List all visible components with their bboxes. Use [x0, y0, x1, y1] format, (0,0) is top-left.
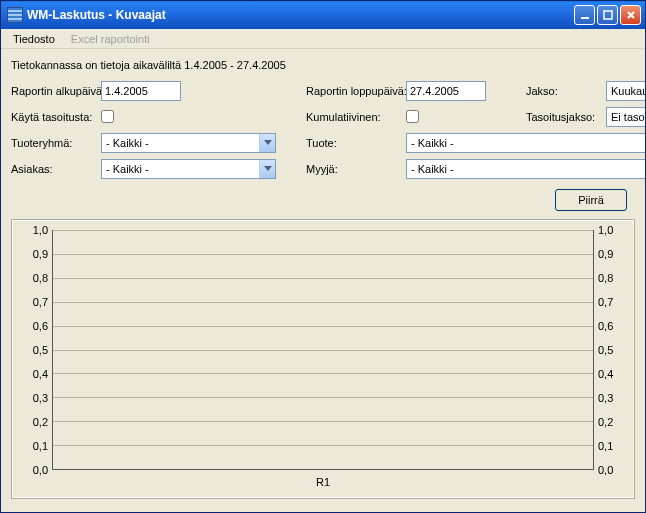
y-tick-right: 0,1	[598, 440, 613, 452]
info-text: Tietokannassa on tietoja aikaväliltä 1.4…	[11, 59, 635, 71]
svg-marker-6	[264, 140, 272, 145]
period-combo[interactable]: Kuukausi	[606, 81, 646, 101]
smoothing-period-value: Ei tasoitusta	[611, 111, 646, 123]
period-value: Kuukausi	[611, 85, 646, 97]
y-tick-left: 0,9	[33, 248, 48, 260]
minimize-button[interactable]	[574, 5, 595, 25]
y-axis-left: 1,00,90,80,70,60,50,40,30,20,10,0	[24, 230, 52, 470]
y-tick-left: 0,0	[33, 464, 48, 476]
seller-value: - Kaikki -	[411, 163, 646, 175]
window-title: WM-Laskutus - Kuvaajat	[27, 8, 572, 22]
seller-combo[interactable]: - Kaikki -	[406, 159, 646, 179]
y-tick-right: 0,5	[598, 344, 613, 356]
label-product-group: Tuoteryhmä:	[11, 137, 101, 149]
label-cumulative: Kumulatiivinen:	[306, 111, 406, 123]
app-icon	[7, 7, 23, 23]
y-axis-right: 1,00,90,80,70,60,50,40,30,20,10,0	[594, 230, 622, 470]
y-tick-right: 0,9	[598, 248, 613, 260]
title-bar: WM-Laskutus - Kuvaajat	[1, 1, 645, 29]
customer-combo[interactable]: - Kaikki -	[101, 159, 276, 179]
y-tick-left: 0,4	[33, 368, 48, 380]
y-tick-left: 1,0	[33, 224, 48, 236]
smoothing-period-combo[interactable]: Ei tasoitusta	[606, 107, 646, 127]
y-tick-left: 0,8	[33, 272, 48, 284]
y-tick-right: 0,7	[598, 296, 613, 308]
svg-marker-8	[264, 166, 272, 171]
y-tick-right: 1,0	[598, 224, 613, 236]
y-tick-right: 0,4	[598, 368, 613, 380]
label-seller: Myyjä:	[306, 163, 406, 175]
draw-button[interactable]: Piirrä	[555, 189, 627, 211]
maximize-button[interactable]	[597, 5, 618, 25]
customer-value: - Kaikki -	[106, 163, 259, 175]
label-smoothing: Käytä tasoitusta:	[11, 111, 101, 123]
product-group-combo[interactable]: - Kaikki -	[101, 133, 276, 153]
product-combo[interactable]: - Kaikki -	[406, 133, 646, 153]
label-end-date: Raportin loppupäivä:	[306, 85, 406, 97]
y-tick-right: 0,8	[598, 272, 613, 284]
y-tick-right: 0,2	[598, 416, 613, 428]
y-tick-left: 0,5	[33, 344, 48, 356]
chart-plot-area	[52, 230, 594, 470]
close-button[interactable]	[620, 5, 641, 25]
y-tick-left: 0,2	[33, 416, 48, 428]
y-tick-left: 0,6	[33, 320, 48, 332]
svg-rect-0	[581, 17, 589, 19]
chart-x-label: R1	[24, 476, 622, 488]
menu-bar: Tiedosto Excel raportointi	[1, 29, 645, 49]
y-tick-right: 0,0	[598, 464, 613, 476]
chevron-down-icon	[259, 134, 275, 152]
label-smoothing-period: Tasoitusjakso:	[526, 111, 606, 123]
end-date-input[interactable]	[406, 81, 486, 101]
label-product: Tuote:	[306, 137, 406, 149]
y-tick-right: 0,3	[598, 392, 613, 404]
label-customer: Asiakas:	[11, 163, 101, 175]
y-tick-left: 0,3	[33, 392, 48, 404]
y-tick-right: 0,6	[598, 320, 613, 332]
menu-excel: Excel raportointi	[63, 31, 158, 47]
menu-file[interactable]: Tiedosto	[5, 31, 63, 47]
product-value: - Kaikki -	[411, 137, 646, 149]
chart-panel: 1,00,90,80,70,60,50,40,30,20,10,0 1,00,9…	[11, 219, 635, 499]
chevron-down-icon	[259, 160, 275, 178]
label-period: Jakso:	[526, 85, 606, 97]
svg-rect-1	[604, 11, 612, 19]
cumulative-checkbox[interactable]	[406, 110, 419, 123]
y-tick-left: 0,7	[33, 296, 48, 308]
product-group-value: - Kaikki -	[106, 137, 259, 149]
smoothing-checkbox[interactable]	[101, 110, 114, 123]
label-start-date: Raportin alkupäivä:	[11, 85, 101, 97]
start-date-input[interactable]	[101, 81, 181, 101]
y-tick-left: 0,1	[33, 440, 48, 452]
